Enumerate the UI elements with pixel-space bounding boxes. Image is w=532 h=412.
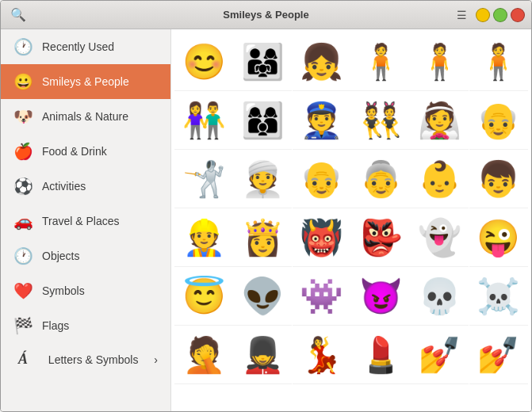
sidebar-label: Animals & Nature — [42, 110, 128, 123]
smileys-icon: 😀 — [13, 72, 33, 91]
sidebar-item-animals-nature[interactable]: 🐶 Animals & Nature — [1, 99, 170, 134]
emoji-cell[interactable]: 💅 — [410, 326, 469, 384]
emoji-cell[interactable]: 👯 — [351, 91, 410, 150]
sidebar-label: Objects — [42, 250, 79, 262]
close-button[interactable] — [511, 8, 525, 22]
emoji-cell[interactable]: 👫 — [174, 91, 233, 150]
emoji-cell[interactable]: 😈 — [351, 267, 410, 326]
emoji-cell[interactable]: 👳 — [233, 150, 292, 208]
chevron-right-icon: › — [154, 353, 158, 366]
sidebar-label: Activities — [42, 180, 86, 193]
emoji-cell[interactable]: 🧍 — [469, 32, 528, 91]
sidebar-item-activities[interactable]: ⚽ Activities — [1, 169, 170, 204]
food-icon: 🍎 — [13, 142, 33, 161]
emoji-cell[interactable]: 👻 — [410, 208, 469, 267]
sidebar: 🕐 Recently Used 😀 Smileys & People 🐶 Ani… — [1, 29, 171, 411]
emoji-cell[interactable]: 👴 — [293, 150, 351, 208]
emoji-cell[interactable]: 😊 — [174, 32, 233, 91]
emoji-cell[interactable]: 👧 — [293, 32, 351, 91]
emoji-cell[interactable]: 👹 — [293, 208, 351, 267]
search-button[interactable]: 🔍 — [7, 4, 29, 26]
sidebar-item-flags[interactable]: 🏁 Flags — [1, 308, 170, 343]
emoji-cell[interactable]: 💀 — [410, 267, 469, 326]
sidebar-item-symbols[interactable]: ❤️ Symbols — [1, 273, 170, 308]
window-title: Smileys & People — [223, 9, 308, 21]
emoji-cell[interactable]: 👾 — [293, 267, 351, 326]
activities-icon: ⚽ — [13, 177, 33, 196]
emoji-cell[interactable]: 💃 — [293, 326, 351, 384]
maximize-button[interactable] — [493, 8, 507, 22]
flags-icon: 🏁 — [13, 316, 33, 335]
emoji-cell[interactable]: 💂 — [233, 326, 292, 384]
sidebar-label: Smileys & People — [42, 75, 129, 88]
objects-icon: 🕐 — [13, 246, 33, 265]
titlebar: 🔍 Smileys & People ☰ — [1, 1, 531, 29]
emoji-cell[interactable]: 👺 — [351, 208, 410, 267]
emoji-cell[interactable]: 👸 — [233, 208, 292, 267]
sidebar-item-smileys-people[interactable]: 😀 Smileys & People — [1, 64, 170, 99]
emoji-cell[interactable]: 💄 — [351, 326, 410, 384]
sidebar-item-travel-places[interactable]: 🚗 Travel & Places — [1, 204, 170, 238]
animals-icon: 🐶 — [13, 107, 33, 126]
sidebar-label: Recently Used — [42, 40, 114, 53]
emoji-cell[interactable]: 👦 — [469, 150, 528, 208]
sidebar-item-food-drink[interactable]: 🍎 Food & Drink — [1, 134, 170, 169]
emoji-cell[interactable]: 👶 — [410, 150, 469, 208]
travel-icon: 🚗 — [13, 212, 33, 231]
emoji-panel[interactable]: 😊 👨‍👩‍👧 👧 🧍 🧍 🧍 👫 👩‍👩‍👦 👮 👯 👰 👴 🤺 👳 👴 👵 — [171, 29, 531, 411]
titlebar-left: 🔍 — [7, 4, 29, 26]
emoji-cell[interactable]: 👩‍👩‍👦 — [233, 91, 292, 150]
titlebar-controls: ☰ — [450, 4, 525, 26]
emoji-grid: 😊 👨‍👩‍👧 👧 🧍 🧍 🧍 👫 👩‍👩‍👦 👮 👯 👰 👴 🤺 👳 👴 👵 — [174, 32, 528, 384]
sidebar-label: Flags — [42, 319, 69, 332]
emoji-cell[interactable]: 🤺 — [174, 150, 233, 208]
emoji-cell[interactable]: 👨‍👩‍👧 — [233, 32, 292, 91]
emoji-cell[interactable]: ☠️ — [469, 267, 528, 326]
emoji-cell[interactable]: 🧍 — [351, 32, 410, 91]
emoji-cell[interactable]: 🧍 — [410, 32, 469, 91]
menu-button[interactable]: ☰ — [450, 4, 473, 26]
minimize-button[interactable] — [476, 8, 490, 22]
letters-icon: Á — [13, 351, 33, 368]
sidebar-item-recently-used[interactable]: 🕐 Recently Used — [1, 29, 170, 64]
symbols-icon: ❤️ — [13, 281, 33, 300]
sidebar-item-letters-symbols[interactable]: Á Letters & Symbols › — [1, 343, 170, 376]
recently-used-icon: 🕐 — [13, 37, 33, 56]
emoji-cell[interactable]: 😜 — [469, 208, 528, 267]
emoji-cell[interactable]: 👮 — [293, 91, 351, 150]
emoji-cell[interactable]: 💅 — [469, 326, 528, 384]
sidebar-item-objects[interactable]: 🕐 Objects — [1, 238, 170, 273]
emoji-cell[interactable]: 👵 — [351, 150, 410, 208]
sidebar-label: Travel & Places — [42, 215, 120, 227]
emoji-cell[interactable]: 👴 — [469, 91, 528, 150]
emoji-cell[interactable]: 🤦 — [174, 326, 233, 384]
emoji-cell[interactable]: 👷 — [174, 208, 233, 267]
emoji-cell[interactable]: 👰 — [410, 91, 469, 150]
emoji-cell[interactable]: 😇 — [174, 267, 233, 326]
emoji-cell[interactable]: 👽 — [233, 267, 292, 326]
sidebar-label: Symbols — [42, 284, 85, 297]
sidebar-label: Letters & Symbols — [48, 353, 139, 366]
sidebar-label: Food & Drink — [42, 145, 107, 158]
main-content: 🕐 Recently Used 😀 Smileys & People 🐶 Ani… — [1, 29, 531, 411]
app-window: 🔍 Smileys & People ☰ 🕐 Recently Used 😀 S… — [0, 0, 532, 412]
